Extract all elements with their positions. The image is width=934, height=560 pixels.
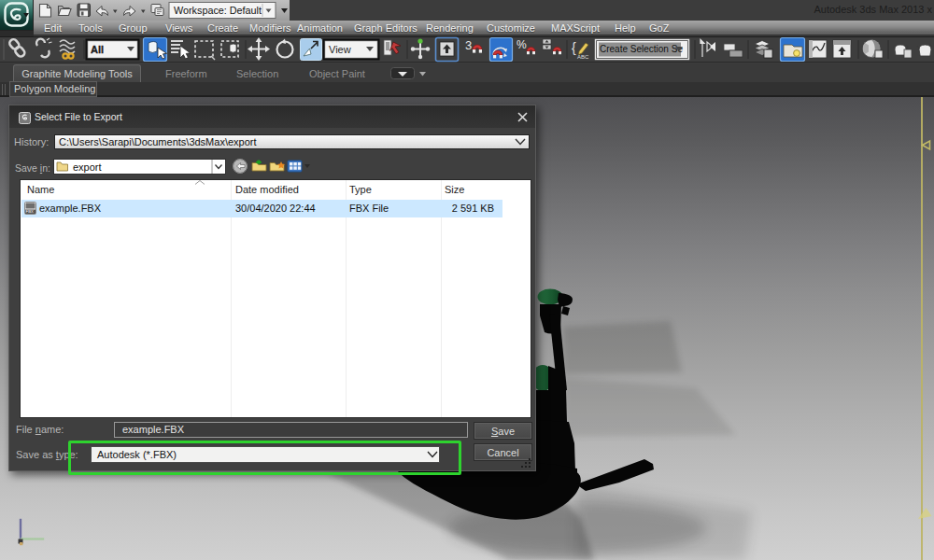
svg-text:export: export <box>73 161 102 173</box>
svg-text:{: { <box>572 40 576 55</box>
svg-text:3: 3 <box>465 38 472 52</box>
svg-text:ABC: ABC <box>577 54 589 60</box>
svg-text:FBX: FBX <box>26 209 34 214</box>
svg-text:View: View <box>329 44 351 55</box>
svg-text:Create Selection Se: Create Selection Se <box>600 44 683 54</box>
svg-text:All: All <box>91 44 104 55</box>
svg-text:Workspace: Default: Workspace: Default <box>174 5 262 16</box>
svg-text:%: % <box>517 38 527 51</box>
